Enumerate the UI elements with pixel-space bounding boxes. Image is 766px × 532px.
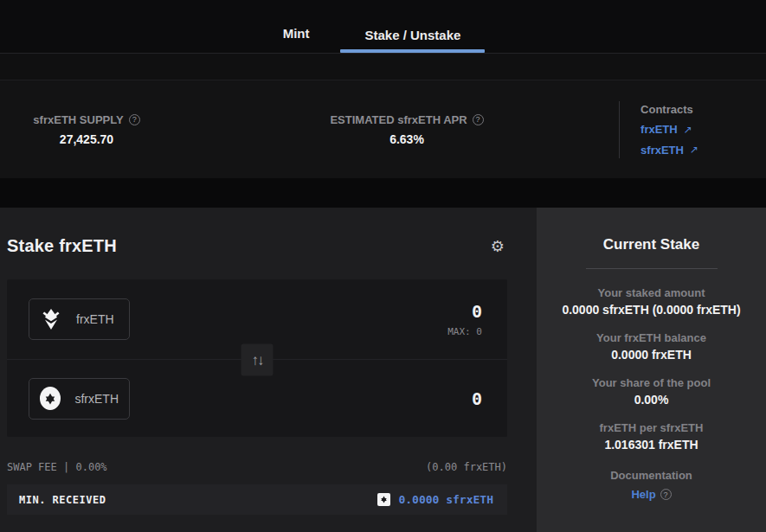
stake-panel: Stake frxETH ⚙ frxETH 0 MAX: 0 ↑↓ [0, 208, 537, 532]
external-link-icon: ↗ [690, 144, 698, 156]
tab-stake-unstake-label: Stake / Unstake [364, 28, 460, 42]
sfrxeth-token-icon [40, 387, 61, 410]
apr-label: ESTIMATED sfrxETH APR [330, 113, 467, 126]
staked-amount-row: Your staked amount 0.0000 sfrxETH (0.000… [537, 286, 766, 317]
external-link-icon: ↗ [684, 124, 692, 136]
documentation-label: Documentation [537, 469, 766, 482]
min-received-label: MIN. RECEIVED [19, 494, 106, 506]
staked-amount-label: Your staked amount [537, 286, 766, 299]
tab-mint[interactable]: Mint [281, 26, 312, 53]
output-token-selector[interactable]: sfrxETH [29, 378, 130, 420]
pool-share-row: Your share of the pool 0.00% [537, 376, 766, 407]
exchange-rate-label: frxETH per sfrxETH [537, 421, 766, 434]
output-amount: 0 [472, 388, 482, 409]
contracts-section: Contracts frxETH ↗ sfrxETH ↗ [619, 101, 698, 158]
sfrxeth-contract-label: sfrxETH [640, 144, 684, 157]
section-spacer [0, 178, 766, 208]
frxeth-balance-row: Your frxETH balance 0.0000 frxETH [537, 331, 766, 362]
input-token-selector[interactable]: frxETH [29, 298, 130, 340]
pool-share-label: Your share of the pool [537, 376, 766, 389]
fee-amount: (0.00 frxETH) [426, 461, 507, 473]
stats-bar: sfrxETH SUPPLY ? 27,425.70 ESTIMATED sfr… [0, 80, 766, 178]
frxeth-token-icon [40, 308, 62, 330]
pool-share-value: 0.00% [537, 393, 766, 407]
active-tab-underline [340, 49, 485, 53]
sfrxeth-mini-icon [377, 493, 390, 506]
min-received-value: 0.0000 sfrxETH [398, 493, 493, 506]
apr-value: 6.63% [264, 132, 550, 146]
supply-label: sfrxETH SUPPLY [33, 113, 123, 126]
apr-stat: ESTIMATED sfrxETH APR ? 6.63% [264, 113, 550, 146]
exchange-rate-value: 1.016301 frxETH [537, 438, 766, 452]
supply-help-icon[interactable]: ? [129, 114, 140, 125]
frxeth-contract-link[interactable]: frxETH ↗ [640, 123, 698, 136]
contracts-title: Contracts [640, 103, 698, 116]
help-link[interactable]: Help ? [631, 488, 671, 501]
current-stake-title: Current Stake [537, 236, 766, 253]
mode-tabs: Mint Stake / Unstake [281, 26, 486, 53]
input-token-label: frxETH [76, 312, 114, 326]
current-stake-panel: Current Stake Your staked amount 0.0000 … [537, 208, 766, 532]
sfrxeth-contract-link[interactable]: sfrxETH ↗ [640, 144, 698, 157]
supply-stat: sfrxETH SUPPLY ? 27,425.70 [0, 113, 173, 146]
help-question-icon: ? [660, 489, 672, 500]
apr-help-icon[interactable]: ? [473, 114, 484, 125]
top-nav: Mint Stake / Unstake [0, 0, 766, 54]
frxeth-balance-value: 0.0000 frxETH [537, 348, 766, 362]
frxeth-balance-label: Your frxETH balance [537, 331, 766, 344]
contracts-divider [619, 101, 620, 158]
settings-gear-icon[interactable]: ⚙ [491, 239, 505, 254]
stake-panel-title: Stake frxETH [7, 236, 117, 256]
header-spacer [0, 54, 766, 80]
input-amount[interactable]: 0 [447, 301, 482, 322]
tab-stake-unstake[interactable]: Stake / Unstake [340, 28, 485, 53]
max-button[interactable]: MAX: 0 [447, 326, 482, 337]
help-link-label: Help [631, 488, 655, 501]
output-token-label: sfrxETH [74, 392, 119, 406]
sidebar-divider [586, 268, 718, 269]
fee-row: SWAP FEE | 0.00% (0.00 frxETH) [7, 461, 507, 473]
swap-direction-button[interactable]: ↑↓ [241, 344, 274, 376]
frxeth-contract-label: frxETH [640, 123, 678, 136]
exchange-rate-row: frxETH per sfrxETH 1.016301 frxETH [537, 421, 766, 452]
staked-amount-value: 0.0000 sfrxETH (0.0000 frxETH) [537, 303, 766, 317]
swap-fee-label: SWAP FEE | 0.00% [7, 461, 107, 473]
supply-value: 27,425.70 [0, 132, 173, 146]
min-received-row: MIN. RECEIVED 0.0000 sfrxETH [7, 484, 507, 515]
swap-box: frxETH 0 MAX: 0 ↑↓ sfrxETH [7, 279, 507, 437]
